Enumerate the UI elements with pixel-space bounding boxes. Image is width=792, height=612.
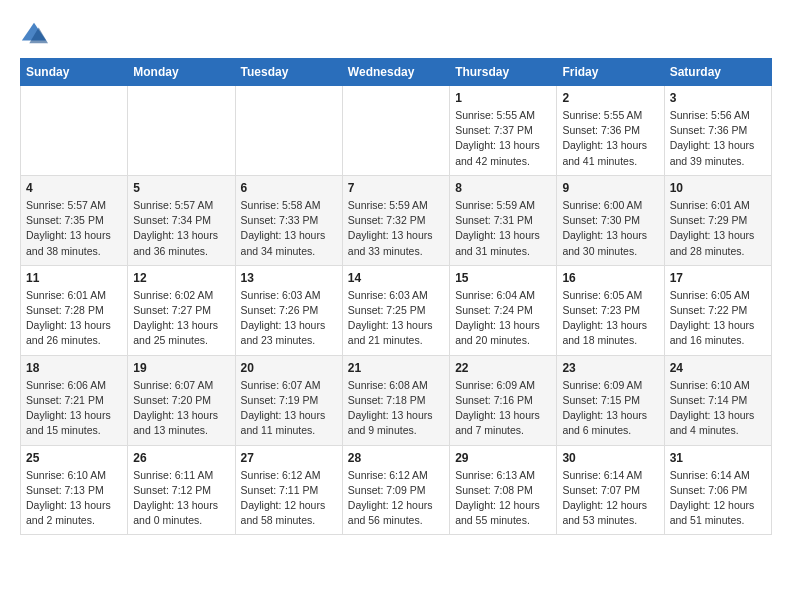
- day-info: Sunrise: 6:06 AM Sunset: 7:21 PM Dayligh…: [26, 378, 122, 439]
- day-info: Sunrise: 5:55 AM Sunset: 7:37 PM Dayligh…: [455, 108, 551, 169]
- calendar-header: SundayMondayTuesdayWednesdayThursdayFrid…: [21, 59, 772, 86]
- day-info: Sunrise: 6:14 AM Sunset: 7:06 PM Dayligh…: [670, 468, 766, 529]
- calendar-cell: 16Sunrise: 6:05 AM Sunset: 7:23 PM Dayli…: [557, 265, 664, 355]
- day-info: Sunrise: 6:07 AM Sunset: 7:19 PM Dayligh…: [241, 378, 337, 439]
- calendar-table: SundayMondayTuesdayWednesdayThursdayFrid…: [20, 58, 772, 535]
- day-number: 4: [26, 181, 122, 195]
- calendar-cell: 30Sunrise: 6:14 AM Sunset: 7:07 PM Dayli…: [557, 445, 664, 535]
- calendar-cell: [342, 86, 449, 176]
- calendar-cell: 13Sunrise: 6:03 AM Sunset: 7:26 PM Dayli…: [235, 265, 342, 355]
- day-number: 2: [562, 91, 658, 105]
- calendar-cell: 27Sunrise: 6:12 AM Sunset: 7:11 PM Dayli…: [235, 445, 342, 535]
- day-info: Sunrise: 6:14 AM Sunset: 7:07 PM Dayligh…: [562, 468, 658, 529]
- day-info: Sunrise: 6:02 AM Sunset: 7:27 PM Dayligh…: [133, 288, 229, 349]
- day-info: Sunrise: 6:09 AM Sunset: 7:16 PM Dayligh…: [455, 378, 551, 439]
- calendar-cell: 28Sunrise: 6:12 AM Sunset: 7:09 PM Dayli…: [342, 445, 449, 535]
- day-number: 23: [562, 361, 658, 375]
- calendar-cell: 31Sunrise: 6:14 AM Sunset: 7:06 PM Dayli…: [664, 445, 771, 535]
- day-number: 8: [455, 181, 551, 195]
- logo-icon: [20, 20, 48, 48]
- calendar-cell: 2Sunrise: 5:55 AM Sunset: 7:36 PM Daylig…: [557, 86, 664, 176]
- day-number: 6: [241, 181, 337, 195]
- day-number: 15: [455, 271, 551, 285]
- day-number: 7: [348, 181, 444, 195]
- day-number: 12: [133, 271, 229, 285]
- day-number: 31: [670, 451, 766, 465]
- day-number: 26: [133, 451, 229, 465]
- weekday-header-saturday: Saturday: [664, 59, 771, 86]
- day-info: Sunrise: 6:07 AM Sunset: 7:20 PM Dayligh…: [133, 378, 229, 439]
- calendar-cell: 6Sunrise: 5:58 AM Sunset: 7:33 PM Daylig…: [235, 175, 342, 265]
- calendar-cell: 14Sunrise: 6:03 AM Sunset: 7:25 PM Dayli…: [342, 265, 449, 355]
- day-info: Sunrise: 6:01 AM Sunset: 7:28 PM Dayligh…: [26, 288, 122, 349]
- calendar-cell: 21Sunrise: 6:08 AM Sunset: 7:18 PM Dayli…: [342, 355, 449, 445]
- day-number: 11: [26, 271, 122, 285]
- weekday-header-monday: Monday: [128, 59, 235, 86]
- day-number: 30: [562, 451, 658, 465]
- calendar-cell: 1Sunrise: 5:55 AM Sunset: 7:37 PM Daylig…: [450, 86, 557, 176]
- day-info: Sunrise: 6:05 AM Sunset: 7:23 PM Dayligh…: [562, 288, 658, 349]
- day-info: Sunrise: 6:04 AM Sunset: 7:24 PM Dayligh…: [455, 288, 551, 349]
- day-number: 5: [133, 181, 229, 195]
- day-info: Sunrise: 5:57 AM Sunset: 7:34 PM Dayligh…: [133, 198, 229, 259]
- calendar-week-4: 18Sunrise: 6:06 AM Sunset: 7:21 PM Dayli…: [21, 355, 772, 445]
- calendar-week-2: 4Sunrise: 5:57 AM Sunset: 7:35 PM Daylig…: [21, 175, 772, 265]
- calendar-cell: 18Sunrise: 6:06 AM Sunset: 7:21 PM Dayli…: [21, 355, 128, 445]
- day-info: Sunrise: 6:11 AM Sunset: 7:12 PM Dayligh…: [133, 468, 229, 529]
- calendar-cell: 5Sunrise: 5:57 AM Sunset: 7:34 PM Daylig…: [128, 175, 235, 265]
- day-number: 1: [455, 91, 551, 105]
- calendar-cell: 24Sunrise: 6:10 AM Sunset: 7:14 PM Dayli…: [664, 355, 771, 445]
- calendar-cell: 23Sunrise: 6:09 AM Sunset: 7:15 PM Dayli…: [557, 355, 664, 445]
- day-info: Sunrise: 6:03 AM Sunset: 7:25 PM Dayligh…: [348, 288, 444, 349]
- day-number: 29: [455, 451, 551, 465]
- day-info: Sunrise: 5:56 AM Sunset: 7:36 PM Dayligh…: [670, 108, 766, 169]
- calendar-cell: [235, 86, 342, 176]
- day-info: Sunrise: 6:12 AM Sunset: 7:11 PM Dayligh…: [241, 468, 337, 529]
- day-number: 27: [241, 451, 337, 465]
- calendar-cell: 10Sunrise: 6:01 AM Sunset: 7:29 PM Dayli…: [664, 175, 771, 265]
- calendar-cell: 19Sunrise: 6:07 AM Sunset: 7:20 PM Dayli…: [128, 355, 235, 445]
- day-info: Sunrise: 5:57 AM Sunset: 7:35 PM Dayligh…: [26, 198, 122, 259]
- calendar-cell: [128, 86, 235, 176]
- day-number: 10: [670, 181, 766, 195]
- day-info: Sunrise: 5:59 AM Sunset: 7:31 PM Dayligh…: [455, 198, 551, 259]
- calendar-cell: 20Sunrise: 6:07 AM Sunset: 7:19 PM Dayli…: [235, 355, 342, 445]
- day-number: 24: [670, 361, 766, 375]
- day-info: Sunrise: 6:08 AM Sunset: 7:18 PM Dayligh…: [348, 378, 444, 439]
- calendar-cell: 17Sunrise: 6:05 AM Sunset: 7:22 PM Dayli…: [664, 265, 771, 355]
- calendar-cell: 12Sunrise: 6:02 AM Sunset: 7:27 PM Dayli…: [128, 265, 235, 355]
- day-info: Sunrise: 6:05 AM Sunset: 7:22 PM Dayligh…: [670, 288, 766, 349]
- calendar-cell: 9Sunrise: 6:00 AM Sunset: 7:30 PM Daylig…: [557, 175, 664, 265]
- calendar-cell: 25Sunrise: 6:10 AM Sunset: 7:13 PM Dayli…: [21, 445, 128, 535]
- day-info: Sunrise: 6:12 AM Sunset: 7:09 PM Dayligh…: [348, 468, 444, 529]
- weekday-header-wednesday: Wednesday: [342, 59, 449, 86]
- day-number: 9: [562, 181, 658, 195]
- day-info: Sunrise: 6:01 AM Sunset: 7:29 PM Dayligh…: [670, 198, 766, 259]
- calendar-cell: 26Sunrise: 6:11 AM Sunset: 7:12 PM Dayli…: [128, 445, 235, 535]
- calendar-cell: 11Sunrise: 6:01 AM Sunset: 7:28 PM Dayli…: [21, 265, 128, 355]
- calendar-cell: 4Sunrise: 5:57 AM Sunset: 7:35 PM Daylig…: [21, 175, 128, 265]
- calendar-week-1: 1Sunrise: 5:55 AM Sunset: 7:37 PM Daylig…: [21, 86, 772, 176]
- day-number: 16: [562, 271, 658, 285]
- day-number: 21: [348, 361, 444, 375]
- day-info: Sunrise: 6:03 AM Sunset: 7:26 PM Dayligh…: [241, 288, 337, 349]
- day-number: 25: [26, 451, 122, 465]
- day-info: Sunrise: 6:00 AM Sunset: 7:30 PM Dayligh…: [562, 198, 658, 259]
- calendar-cell: 22Sunrise: 6:09 AM Sunset: 7:16 PM Dayli…: [450, 355, 557, 445]
- day-info: Sunrise: 6:10 AM Sunset: 7:14 PM Dayligh…: [670, 378, 766, 439]
- calendar-cell: 7Sunrise: 5:59 AM Sunset: 7:32 PM Daylig…: [342, 175, 449, 265]
- calendar-cell: 15Sunrise: 6:04 AM Sunset: 7:24 PM Dayli…: [450, 265, 557, 355]
- day-number: 20: [241, 361, 337, 375]
- day-number: 18: [26, 361, 122, 375]
- day-info: Sunrise: 5:59 AM Sunset: 7:32 PM Dayligh…: [348, 198, 444, 259]
- day-number: 13: [241, 271, 337, 285]
- day-number: 14: [348, 271, 444, 285]
- day-info: Sunrise: 6:09 AM Sunset: 7:15 PM Dayligh…: [562, 378, 658, 439]
- calendar-week-3: 11Sunrise: 6:01 AM Sunset: 7:28 PM Dayli…: [21, 265, 772, 355]
- weekday-header-tuesday: Tuesday: [235, 59, 342, 86]
- logo: [20, 20, 52, 48]
- calendar-cell: 8Sunrise: 5:59 AM Sunset: 7:31 PM Daylig…: [450, 175, 557, 265]
- calendar-cell: 3Sunrise: 5:56 AM Sunset: 7:36 PM Daylig…: [664, 86, 771, 176]
- day-info: Sunrise: 5:58 AM Sunset: 7:33 PM Dayligh…: [241, 198, 337, 259]
- calendar-week-5: 25Sunrise: 6:10 AM Sunset: 7:13 PM Dayli…: [21, 445, 772, 535]
